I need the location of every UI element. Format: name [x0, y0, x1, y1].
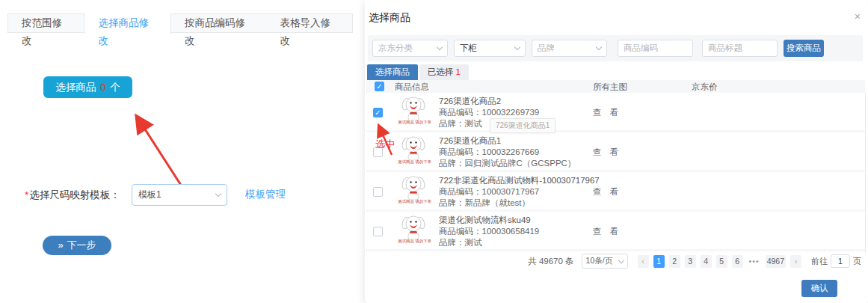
page-button-4[interactable]: 4	[701, 255, 712, 268]
product-brand: 品牌：新品牌（就test）	[439, 198, 600, 209]
product-brand: 品牌：测试	[439, 237, 539, 248]
product-code-input[interactable]: 商品编码	[618, 40, 693, 57]
chevron-down-icon	[437, 44, 443, 50]
count-unit: 个	[110, 82, 120, 93]
image-watermark: 测试商品 请勿下单	[398, 119, 428, 125]
page-button-last[interactable]: 4967	[766, 255, 786, 268]
next-step-button[interactable]: »下一步	[43, 236, 111, 255]
product-info: 722非渠道化商品测试物料-100030717967商品编码：100030717…	[439, 175, 600, 209]
product-brand: 品牌：回归测试品牌C（GCSPPC）	[439, 158, 576, 169]
view-main-image-link[interactable]: 查 看	[593, 107, 621, 118]
chevron-down-icon	[618, 257, 624, 263]
joy-mascot-image	[401, 214, 426, 239]
row-checkbox[interactable]: ✓	[373, 108, 383, 117]
select-all-checkbox[interactable]: ✓	[375, 82, 384, 91]
size-template-select[interactable]: 模板1	[132, 184, 227, 206]
total-count: 共 49670 条	[528, 256, 573, 267]
page: 按范围修改 选择商品修改 按商品编码修改 表格导入修改 选择商品 0 个 *选择…	[0, 0, 868, 303]
tab-already-selected[interactable]: 已选择1	[419, 64, 469, 80]
size-template-value: 模板1	[138, 189, 216, 201]
joy-mascot-image	[401, 95, 426, 120]
selected-count: 0	[99, 82, 108, 93]
tab-select-product-edit[interactable]: 选择商品修改	[84, 13, 171, 34]
product-title-placeholder: 商品标题	[708, 43, 772, 54]
goto-suffix: 页	[853, 256, 861, 267]
brand-select[interactable]: 品牌	[532, 40, 607, 57]
size-template-label: *选择尺码映射模板：	[25, 189, 120, 202]
ellipsis-pages[interactable]: •••	[748, 255, 761, 268]
product-list: ✓测试商品 请勿下单726渠道化商品2商品编码：100032269739品牌：测…	[366, 93, 866, 253]
table-row: ✓测试商品 请勿下单722非渠道化商品测试物料-100030717967商品编码…	[366, 172, 865, 212]
col-header-main-image: 所有主图	[593, 82, 627, 93]
product-code: 商品编码：100032269739	[439, 107, 539, 118]
page-button-2[interactable]: 2	[669, 255, 680, 268]
double-arrow-icon: »	[58, 239, 63, 251]
product-code: 商品编码：100030658419	[439, 226, 539, 237]
next-page-button[interactable]: ›	[790, 255, 801, 268]
chevron-down-icon	[215, 191, 221, 197]
view-main-image-link[interactable]: 查 看	[593, 147, 621, 158]
tab-table-import-edit[interactable]: 表格导入修改	[267, 14, 353, 32]
product-code: 商品编码：100030717967	[439, 186, 600, 198]
table-header: ✓ 商品信息 所有主图 京东价	[366, 80, 865, 93]
search-product-button[interactable]: 搜索商品	[784, 40, 824, 57]
select-product-label: 选择商品	[55, 82, 96, 93]
jd-category-select[interactable]: 京东分类	[372, 40, 448, 57]
left-tab-bar: 按范围修改 选择商品修改 按商品编码修改 表格导入修改	[7, 13, 353, 33]
image-watermark: 测试商品 请勿下单	[398, 159, 428, 165]
product-tooltip: 726渠道化商品1	[490, 118, 555, 133]
col-header-product-info: 商品信息	[395, 82, 429, 93]
page-button-3[interactable]: 3	[685, 255, 696, 268]
close-icon[interactable]: ×	[855, 10, 861, 22]
required-mark: *	[25, 189, 28, 201]
page-size-value: 10条/页	[586, 256, 619, 266]
page-button-1[interactable]: 1	[653, 255, 665, 268]
product-code: 商品编码：100032267669	[439, 147, 576, 158]
selected-annotation-text: 选中	[375, 138, 395, 151]
filter-bar: 京东分类 下柜 品牌 商品编码 商品标题 搜索商品	[368, 35, 863, 61]
product-info: 726渠道化商品1商品编码：100032267669品牌：回归测试品牌C（GCS…	[439, 135, 576, 169]
shelf-status-select[interactable]: 下柜	[454, 40, 526, 57]
page-button-5[interactable]: 5	[716, 255, 727, 268]
selected-count-badge: 1	[456, 67, 461, 76]
product-title: 722非渠道化商品测试物料-100030717967	[439, 175, 600, 186]
chevron-down-icon	[596, 44, 602, 50]
size-template-field: *选择尺码映射模板： 模板1 模板管理	[25, 184, 309, 206]
view-main-image-link[interactable]: 查 看	[593, 186, 621, 198]
select-product-count-button[interactable]: 选择商品 0 个	[43, 76, 132, 98]
chevron-down-icon	[514, 44, 520, 50]
product-info: 渠道化测试物流料sku49商品编码：100030658419品牌：测试	[439, 215, 539, 248]
product-title: 726渠道化商品2	[439, 96, 539, 107]
product-image: 测试商品 请勿下单	[396, 135, 431, 170]
table-row: ✓测试商品 请勿下单渠道化测试物流料sku49商品编码：100030658419…	[366, 212, 865, 251]
tab-select-product[interactable]: 选择商品	[367, 64, 418, 80]
col-header-jd-price: 京东价	[692, 82, 718, 93]
tab-product-code-edit[interactable]: 按商品编码修改	[171, 14, 267, 32]
modal-title: 选择商品	[369, 11, 410, 25]
goto-page: 前往 页	[808, 254, 864, 268]
goto-label: 前往	[811, 256, 828, 267]
image-watermark: 测试商品 请勿下单	[398, 238, 428, 244]
table-row: ✓测试商品 请勿下单726渠道化商品2商品编码：100032269739品牌：测…	[366, 93, 865, 132]
page-button-6[interactable]: 6	[732, 255, 743, 268]
product-title: 726渠道化商品1	[439, 135, 576, 147]
confirm-button[interactable]: 确认	[801, 280, 837, 297]
check-icon: ✓	[375, 82, 384, 91]
tab-range-edit[interactable]: 按范围修改	[8, 14, 84, 32]
page-size-select[interactable]: 10条/页	[582, 254, 628, 269]
modal-tab-bar: 选择商品 已选择1	[367, 64, 469, 80]
row-checkbox[interactable]: ✓	[373, 227, 383, 236]
goto-page-input[interactable]	[831, 254, 850, 268]
product-title-input[interactable]: 商品标题	[702, 40, 778, 57]
joy-mascot-image	[401, 135, 426, 160]
product-code-placeholder: 商品编码	[624, 43, 687, 54]
row-checkbox[interactable]: ✓	[373, 187, 383, 197]
shelf-status-value: 下柜	[460, 43, 515, 54]
product-image: 测试商品 请勿下单	[396, 95, 431, 130]
view-main-image-link[interactable]: 查 看	[593, 226, 621, 237]
product-title: 渠道化测试物流料sku49	[439, 215, 539, 226]
product-image: 测试商品 请勿下单	[396, 214, 431, 249]
prev-page-button[interactable]: ‹	[638, 255, 649, 268]
joy-mascot-image	[401, 174, 426, 200]
template-manage-link[interactable]: 模板管理	[245, 188, 286, 201]
